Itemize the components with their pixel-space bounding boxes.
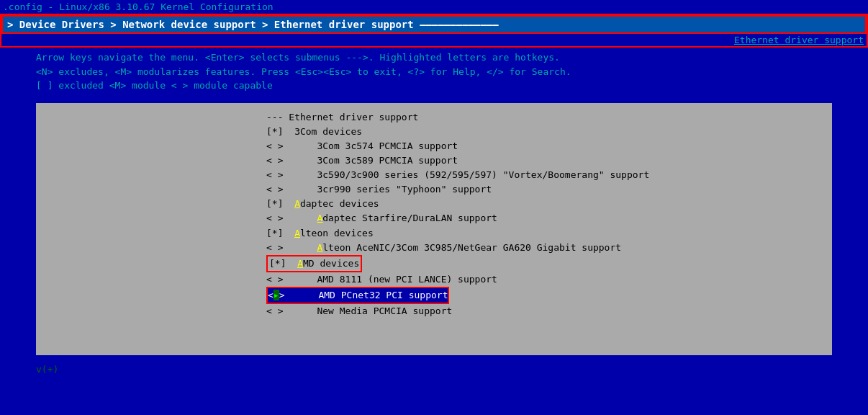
- item-prefix: < >: [266, 182, 294, 197]
- window-title: .config - Linux/x86 3.10.67 Kernel Confi…: [3, 1, 273, 12]
- item-label: Adaptec Starfire/DuraLAN support: [294, 211, 497, 226]
- item-prefix: < >: [266, 139, 294, 153]
- list-item[interactable]: < > 3Com 3c589 PCMCIA support: [266, 153, 458, 168]
- bottom-status: v(+): [0, 362, 868, 376]
- list-item-amd-devices[interactable]: [*] AMD devices: [266, 255, 362, 272]
- list-item[interactable]: < > Alteon AceNIC/3Com 3C985/NetGear GA6…: [266, 241, 621, 255]
- help-line-3: [ ] excluded <M> module < > module capab…: [36, 79, 832, 93]
- help-line-1: Arrow keys navigate the menu. <Enter> se…: [36, 50, 832, 65]
- status-text: v(+): [36, 364, 58, 375]
- item-prefix: [*]: [266, 197, 294, 211]
- item-label: AMD PCnet32 PCI support: [296, 288, 448, 303]
- item-label: 3cr990 series "Typhoon" support: [294, 182, 492, 197]
- item-label: Alteon AceNIC/3Com 3C985/NetGear GA620 G…: [294, 241, 621, 255]
- item-prefix: <▸>: [268, 288, 296, 303]
- nav-header: > Device Drivers > Network device suppor…: [0, 14, 868, 48]
- list-item[interactable]: < > AMD 8111 (new PCI LANCE) support: [266, 272, 497, 287]
- menu-header: --- Ethernet driver support: [266, 110, 418, 125]
- item-label: Adaptec devices: [294, 197, 379, 211]
- breadcrumb: Device Drivers > Network device support …: [19, 19, 414, 30]
- item-label: 3c590/3c900 series (592/595/597) "Vortex…: [294, 168, 649, 182]
- nav-path: > Device Drivers > Network device suppor…: [1, 15, 867, 34]
- header-label: --- Ethernet driver support: [266, 110, 418, 125]
- main-panel: --- Ethernet driver support [*] 3Com dev…: [36, 103, 832, 355]
- item-prefix: < >: [266, 272, 294, 287]
- item-prefix: [*] AMD devices: [266, 255, 362, 272]
- list-item[interactable]: [*] Alteon devices: [266, 226, 374, 241]
- item-prefix: < >: [266, 168, 294, 182]
- list-item[interactable]: < > 3c590/3c900 series (592/595/597) "Vo…: [266, 168, 649, 182]
- nav-subtitle: Ethernet driver support: [1, 34, 867, 46]
- item-label: AMD 8111 (new PCI LANCE) support: [294, 272, 497, 287]
- item-prefix: < >: [266, 153, 294, 168]
- item-label: New Media PCMCIA support: [294, 304, 452, 318]
- list-item[interactable]: < > New Media PCMCIA support: [266, 304, 452, 318]
- item-label: 3Com 3c574 PCMCIA support: [294, 139, 458, 153]
- item-prefix: [*]: [266, 125, 294, 139]
- item-label: Alteon devices: [294, 226, 374, 241]
- help-section: Arrow keys navigate the menu. <Enter> se…: [0, 48, 868, 96]
- item-prefix: < >: [266, 241, 294, 255]
- list-item[interactable]: < > 3cr990 series "Typhoon" support: [266, 182, 492, 197]
- list-item[interactable]: [*] 3Com devices: [266, 125, 362, 139]
- list-item[interactable]: [*] Adaptec devices: [266, 197, 379, 211]
- list-item[interactable]: < > 3Com 3c574 PCMCIA support: [266, 139, 458, 153]
- item-label: 3Com devices: [294, 125, 362, 139]
- menu-content: --- Ethernet driver support [*] 3Com dev…: [266, 110, 832, 319]
- item-prefix: < >: [266, 304, 294, 318]
- item-prefix: [*]: [266, 226, 294, 241]
- item-prefix: < >: [266, 211, 294, 226]
- subtitle-text: Ethernet driver support: [734, 35, 864, 45]
- list-item-amd-pcnet32[interactable]: <▸> AMD PCnet32 PCI support: [266, 287, 449, 304]
- list-item[interactable]: < > Adaptec Starfire/DuraLAN support: [266, 211, 497, 226]
- item-label: 3Com 3c589 PCMCIA support: [294, 153, 458, 168]
- help-line-2: <N> excludes, <M> modularizes features. …: [36, 65, 832, 79]
- title-bar: .config - Linux/x86 3.10.67 Kernel Confi…: [0, 0, 868, 14]
